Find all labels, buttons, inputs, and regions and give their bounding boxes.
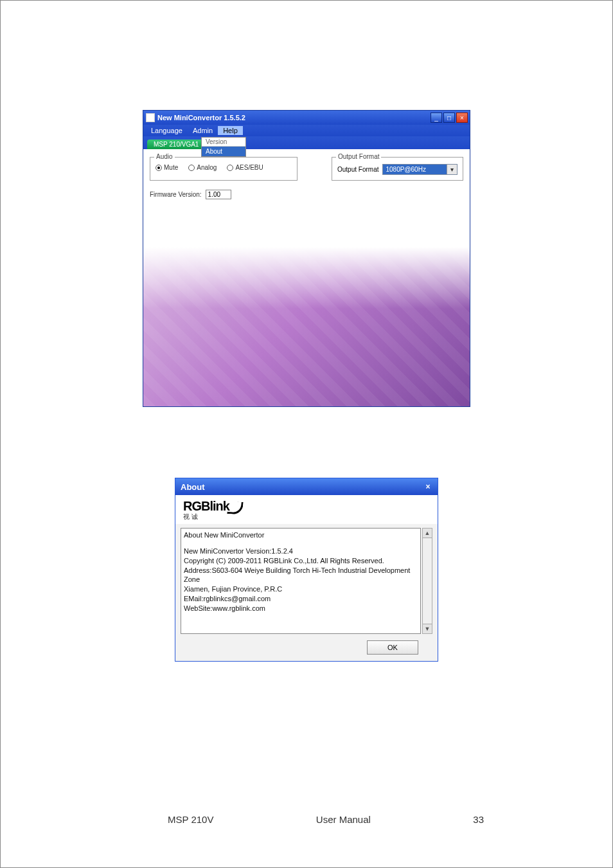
app-icon (146, 113, 155, 122)
about-close-button[interactable]: × (422, 481, 434, 492)
menu-help[interactable]: Help (218, 126, 243, 135)
radio-dot-icon (227, 165, 233, 171)
firmware-version-input[interactable] (206, 190, 231, 199)
maximize-button[interactable]: □ (443, 113, 455, 123)
scroll-up-button[interactable]: ▲ (422, 528, 432, 538)
output-format-select[interactable]: 1080P@60Hz ▾ (382, 164, 458, 175)
firmware-row: Firmware Version: (150, 190, 463, 199)
help-version-item[interactable]: Version (202, 138, 245, 147)
firmware-label: Firmware Version: (150, 191, 202, 198)
radio-dot-icon (155, 165, 162, 171)
about-textbox: About New MiniConvertor New MiniConverto… (181, 528, 421, 634)
about-titlebar: About × (175, 478, 438, 495)
radio-mute[interactable]: Mute (155, 164, 178, 171)
about-title-text: About (181, 482, 205, 492)
scroll-down-button[interactable]: ▼ (422, 624, 432, 634)
footer-product: MSP 210V (168, 814, 213, 825)
about-dialog: About × RGBlink 视 诚 About New MiniConver… (175, 478, 438, 662)
radio-dot-icon (188, 165, 195, 171)
rgblink-logo: RGBlink (183, 499, 243, 514)
radio-analog[interactable]: Analog (188, 164, 217, 171)
audio-group: Audio Mute Analog (150, 157, 298, 181)
about-ok-button[interactable]: OK (367, 640, 418, 655)
logo-swoosh-icon (227, 500, 244, 514)
close-button[interactable]: × (456, 113, 468, 123)
footer-doc: User Manual (316, 814, 371, 825)
audio-legend: Audio (154, 153, 175, 160)
scroll-track[interactable] (422, 538, 432, 624)
menubar: Language Admin Help (143, 125, 470, 136)
help-about-item[interactable]: About (202, 147, 245, 156)
page-footer: MSP 210V User Manual 33 (1, 814, 612, 825)
tab-msp210[interactable]: MSP 210/VGA1 (147, 140, 205, 149)
help-dropdown: Version About (201, 137, 246, 157)
logo-subtitle: 视 诚 (183, 512, 430, 521)
tabbar: MSP 210/VGA1 Version About (143, 136, 470, 149)
window-title: New MiniConvertor 1.5.5.2 (157, 114, 245, 122)
about-logo-area: RGBlink 视 诚 (175, 495, 438, 524)
about-scrollbar: ▲ ▼ (422, 528, 432, 634)
menu-language[interactable]: Language (146, 126, 188, 135)
chevron-down-icon: ▾ (447, 165, 457, 174)
output-format-group: Output Format Output Format 1080P@60Hz ▾ (332, 157, 463, 181)
output-legend: Output Format (336, 153, 381, 160)
menu-admin[interactable]: Admin (188, 126, 218, 135)
radio-aesebu[interactable]: AES/EBU (227, 164, 263, 171)
output-format-label: Output Format (337, 166, 378, 173)
client-area: Audio Mute Analog (143, 149, 470, 406)
footer-page-number: 33 (473, 814, 484, 825)
titlebar: New MiniConvertor 1.5.5.2 _ □ × (143, 111, 470, 125)
main-window: New MiniConvertor 1.5.5.2 _ □ × Language… (143, 110, 470, 407)
minimize-button[interactable]: _ (431, 113, 442, 123)
